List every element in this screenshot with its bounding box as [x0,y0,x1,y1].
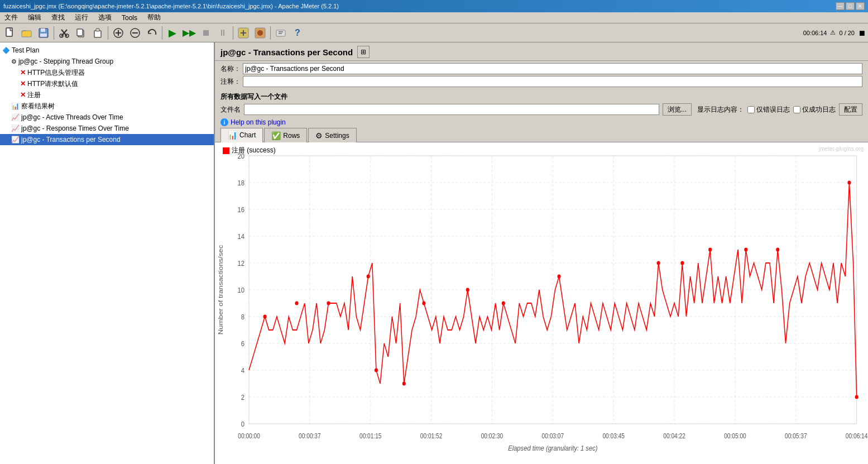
comment-row: 注释： [220,76,862,87]
svg-text:12: 12 [237,259,244,267]
settings-tab-icon: ⚙ [315,131,323,140]
sidebar-item-register[interactable]: ✕ 注册 [0,89,214,101]
svg-point-76 [327,301,330,305]
sidebar-label-active-threads: jp@gc - Active Threads Over Time [21,113,123,121]
legend-color [223,147,229,154]
title-text: fuzaiceshi_jpgc.jmx (E:\songqing\apache-… [3,3,339,9]
sidebar-label-response-times: jp@gc - Response Times Over Time [21,125,129,132]
remote-start-button[interactable] [236,25,251,41]
menu-help[interactable]: 帮助 [145,12,163,23]
svg-text:Number of transactions/sec: Number of transactions/sec [217,245,224,334]
sidebar-label-tps: jp@gc - Transactions per Second [21,136,121,143]
success-log-label: 仅成功日志 [802,105,836,114]
svg-text:0: 0 [241,420,244,428]
error-log-checkbox-label[interactable]: 仅错误日志 [747,105,790,114]
sidebar-item-test-plan[interactable]: 🔷 Test Plan [0,45,214,56]
svg-point-77 [367,274,370,278]
error-log-label: 仅错误日志 [756,105,790,114]
svg-point-87 [744,247,747,251]
config-button[interactable]: 配置 [839,103,862,116]
svg-text:00:00:00: 00:00:00 [238,433,260,440]
expand-button[interactable]: ⊞ [357,46,370,58]
svg-point-89 [847,180,851,184]
sidebar-item-active-threads[interactable]: 📈 jp@gc - Active Threads Over Time [0,112,214,123]
toolbar-time: 00:06:14 ⚠ 0 / 20 ⏹ [803,28,866,37]
panel-title: jp@gc - Transactions per Second [220,47,353,57]
sidebar-label-http-header: HTTP信息头管理器 [27,68,85,78]
tabs: 📊 Chart ✅ Rows ⚙ Settings [215,127,868,142]
help-icon: i [220,118,228,126]
file-section-label: 所有数据写入一个文件 [215,91,868,102]
add-button[interactable] [111,25,126,41]
tab-rows[interactable]: ✅ Rows [264,128,307,142]
svg-point-81 [466,288,469,291]
function-helper-button[interactable] [273,25,289,41]
run-button[interactable]: ▶ [165,25,180,41]
result-tree-icon: 📊 [11,102,20,110]
svg-rect-4 [40,34,47,37]
svg-point-83 [557,274,560,278]
copy-button[interactable] [73,25,89,41]
svg-point-75 [295,301,298,305]
menu-options[interactable]: 选项 [96,12,114,23]
sidebar-item-response-times[interactable]: 📈 jp@gc - Response Times Over Time [0,123,214,134]
tab-chart[interactable]: 📊 Chart [220,128,263,142]
svg-rect-11 [94,31,101,37]
svg-text:00:00:37: 00:00:37 [299,433,321,440]
menu-find[interactable]: 查找 [49,12,67,23]
main-layout: 🔷 Test Plan ⚙ jp@gc - Stepping Thread Gr… [0,42,868,464]
sidebar: 🔷 Test Plan ⚙ jp@gc - Stepping Thread Gr… [0,42,215,464]
browse-button[interactable]: 浏览... [663,103,692,116]
name-row: 名称： [220,63,862,74]
active-threads-icon: 📈 [11,113,20,121]
svg-text:18: 18 [237,179,244,187]
menu-run[interactable]: 运行 [73,12,90,23]
new-button[interactable] [2,25,18,41]
http-header-icon: ✕ [20,69,26,76]
minimize-button[interactable]: — [836,2,845,10]
svg-text:2: 2 [241,393,244,401]
menu-file[interactable]: 文件 [2,12,20,23]
svg-rect-12 [96,28,99,31]
comment-label: 注释： [220,77,241,87]
name-input[interactable] [243,63,862,74]
run-all-button[interactable]: ▶▶ [181,25,197,41]
sidebar-item-http-defaults[interactable]: ✕ HTTP请求默认值 [0,78,214,89]
paste-button[interactable] [90,25,105,41]
save-button[interactable] [36,25,51,41]
success-log-checkbox-label[interactable]: 仅成功日志 [793,105,836,114]
help-link[interactable]: i Help on this plugin [215,117,868,127]
svg-text:00:04:22: 00:04:22 [663,433,685,440]
svg-text:6: 6 [241,339,244,348]
test-plan-icon: 🔷 [2,47,10,54]
error-log-checkbox[interactable] [747,106,755,113]
svg-text:10: 10 [237,286,244,294]
remote-stop-button[interactable] [252,25,268,41]
svg-text:4: 4 [241,366,244,375]
svg-text:00:02:30: 00:02:30 [481,433,503,440]
sidebar-item-tps[interactable]: 📈 jp@gc - Transactions per Second [0,134,214,145]
menu-edit[interactable]: 编辑 [26,12,44,23]
svg-rect-10 [77,29,83,36]
menu-tools[interactable]: Tools [119,13,140,22]
cut-button[interactable] [56,25,72,41]
tab-settings[interactable]: ⚙ Settings [308,128,356,142]
sidebar-item-stepping-thread[interactable]: ⚙ jp@gc - Stepping Thread Group [0,56,214,67]
sidebar-item-result-tree[interactable]: 📊 察看结果树 [0,101,214,112]
close-button[interactable]: ✕ [856,2,865,10]
chart-tab-icon: 📊 [228,131,237,140]
open-button[interactable] [19,25,35,41]
toolbar-separator-2 [108,26,108,40]
svg-point-79 [402,381,406,385]
undo-button[interactable] [144,25,160,41]
comment-input[interactable] [243,76,862,87]
success-log-checkbox[interactable] [793,106,800,113]
svg-text:14: 14 [237,232,244,241]
maximize-button[interactable]: □ [846,2,855,10]
help-button[interactable]: ? [290,25,305,41]
stop-button[interactable]: ⏹ [198,25,214,41]
file-input[interactable] [244,104,659,115]
shutdown-button[interactable]: ⏸ [215,25,231,41]
remove-button[interactable] [127,25,143,41]
sidebar-item-http-header[interactable]: ✕ HTTP信息头管理器 [0,67,214,78]
